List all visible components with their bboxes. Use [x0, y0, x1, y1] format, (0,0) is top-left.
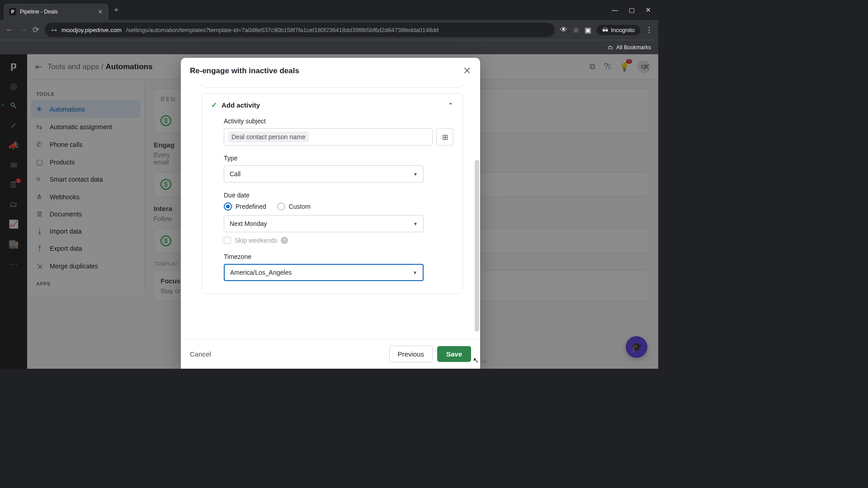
address-bar[interactable]: ⊶ moodjoy.pipedrive.com/settings/automat…: [45, 23, 555, 37]
caret-down-icon: ▼: [413, 221, 418, 226]
bg-trailing-text: es.: [481, 358, 488, 364]
timezone-select[interactable]: America/Los_Angeles ▼: [224, 264, 424, 281]
modal-header: Re-engage with inactive deals ✕: [181, 58, 480, 83]
card-header[interactable]: ✓ Add activity ⌃: [211, 101, 453, 109]
caret-down-icon: ▼: [413, 270, 417, 275]
scrollbar-thumb[interactable]: [475, 160, 479, 332]
eye-off-icon[interactable]: 👁: [560, 26, 567, 34]
subject-field-chip[interactable]: Deal contact person name: [228, 131, 309, 142]
incognito-label: Incognito: [611, 27, 635, 33]
due-date-group: Due date Predefined Custom Next Monday ▼: [224, 192, 453, 244]
insert-field-button[interactable]: ⊞: [436, 128, 453, 145]
type-select[interactable]: Call ▼: [224, 165, 424, 183]
bookmarks-bar: 🗀 All Bookmarks: [0, 40, 658, 54]
due-date-value: Next Monday: [230, 220, 267, 227]
due-date-label: Due date: [224, 192, 453, 199]
star-icon[interactable]: ☆: [573, 26, 579, 34]
browser-tab-strip: P Pipeline - Deals ✕ + — ▢ ✕: [0, 0, 658, 20]
incognito-chip[interactable]: 🕶 Incognito: [597, 25, 640, 35]
browser-tab[interactable]: P Pipeline - Deals ✕: [4, 4, 108, 20]
timezone-label: Timezone: [224, 253, 453, 260]
all-bookmarks[interactable]: 🗀 All Bookmarks: [608, 44, 651, 51]
skip-weekends-row[interactable]: Skip weekends ?: [224, 237, 453, 244]
minimize-icon[interactable]: —: [612, 6, 618, 14]
activity-subject-label: Activity subject: [224, 117, 453, 125]
new-tab-button[interactable]: +: [114, 5, 119, 15]
check-icon: ✓: [211, 101, 217, 109]
modal-footer: Cancel Previous Save: [181, 339, 480, 369]
chevron-up-icon[interactable]: ⌃: [448, 102, 453, 109]
radio-custom[interactable]: Custom: [277, 202, 311, 211]
url-path: /settings/automation/templates?template-…: [126, 27, 439, 33]
prev-card-bottom: [202, 83, 463, 88]
timezone-group: Timezone America/Los_Angeles ▼: [224, 253, 453, 281]
tab-title: Pipeline - Deals: [20, 9, 94, 15]
modal-title: Re-engage with inactive deals: [190, 66, 299, 75]
forward-icon: →: [19, 25, 27, 35]
timezone-value: America/Los_Angeles: [230, 269, 292, 276]
automation-modal: Re-engage with inactive deals ✕ ✓ Add ac…: [181, 58, 480, 369]
activity-subject-group: Activity subject Deal contact person nam…: [224, 117, 453, 145]
site-info-icon[interactable]: ⊶: [51, 27, 57, 33]
cancel-button[interactable]: Cancel: [190, 350, 211, 358]
maximize-icon[interactable]: ▢: [629, 6, 635, 14]
kebab-menu-icon[interactable]: ⋮: [646, 26, 653, 34]
type-label: Type: [224, 155, 453, 162]
all-bookmarks-label: All Bookmarks: [616, 44, 651, 51]
close-window-icon[interactable]: ✕: [646, 6, 651, 14]
back-icon[interactable]: ←: [5, 25, 14, 35]
modal-close-icon[interactable]: ✕: [463, 65, 471, 77]
radio-predefined-label: Predefined: [236, 203, 266, 210]
radio-circle-checked: [224, 202, 232, 211]
caret-down-icon: ▼: [413, 172, 418, 177]
radio-custom-label: Custom: [289, 203, 311, 210]
window-controls: — ▢ ✕: [612, 6, 655, 14]
skip-weekends-label: Skip weekends: [235, 237, 277, 244]
browser-toolbar: ← → ⟳ ⊶ moodjoy.pipedrive.com/settings/a…: [0, 20, 658, 40]
type-value: Call: [230, 170, 241, 178]
url-host: moodjoy.pipedrive.com: [61, 27, 122, 33]
insert-field-icon: ⊞: [442, 133, 448, 141]
card-title: Add activity: [222, 101, 260, 109]
due-date-select[interactable]: Next Monday ▼: [224, 215, 424, 232]
radio-circle: [277, 202, 285, 211]
panel-icon[interactable]: ▣: [585, 26, 591, 34]
reload-icon[interactable]: ⟳: [33, 25, 39, 35]
save-button[interactable]: Save: [437, 346, 471, 362]
add-activity-card: ✓ Add activity ⌃ Activity subject Deal c…: [202, 93, 463, 294]
modal-body: ✓ Add activity ⌃ Activity subject Deal c…: [181, 83, 480, 339]
type-group: Type Call ▼: [224, 155, 453, 183]
help-tooltip-icon[interactable]: ?: [281, 237, 288, 244]
incognito-icon: 🕶: [602, 27, 608, 33]
previous-button[interactable]: Previous: [389, 346, 433, 362]
tab-close-icon[interactable]: ✕: [98, 8, 103, 15]
activity-subject-input[interactable]: Deal contact person name: [224, 128, 433, 145]
folder-icon: 🗀: [608, 44, 613, 51]
tab-favicon: P: [9, 8, 16, 15]
mouse-cursor: ↖: [473, 356, 479, 365]
skip-weekends-checkbox[interactable]: [224, 237, 231, 244]
radio-predefined[interactable]: Predefined: [224, 202, 266, 211]
